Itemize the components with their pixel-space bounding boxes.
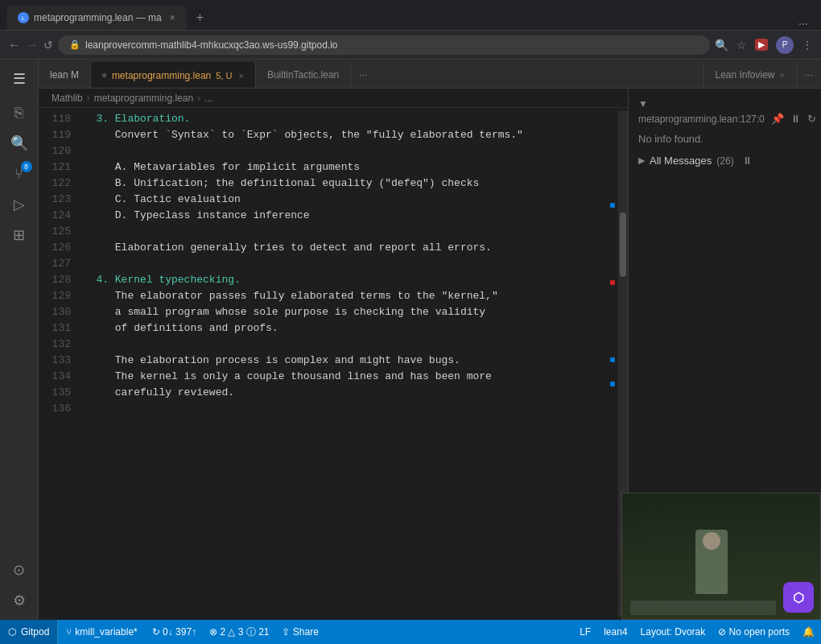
- infoview-refresh-btn[interactable]: ↻: [807, 113, 816, 125]
- tab-lean-m[interactable]: lean M: [39, 62, 91, 88]
- sync-text: ↻ 0↓ 397↑: [152, 626, 196, 638]
- all-messages-label[interactable]: All Messages: [650, 155, 712, 167]
- tab-favicon: L: [18, 12, 29, 23]
- tab-builtin[interactable]: BuiltinTactic.lean: [256, 62, 351, 88]
- lean-infoview-panel: ▼ metaprogramming.lean:127:0 📌 ⏸ ↻ No in…: [628, 89, 821, 620]
- browser-toolbar: 🔍 ☆ ▶ P ⋮: [715, 36, 813, 54]
- code-line-136: [77, 401, 594, 417]
- back-button[interactable]: ←: [8, 38, 21, 52]
- new-tab-button[interactable]: +: [188, 6, 212, 30]
- no-info-text: No info found.: [638, 133, 811, 145]
- address-bar: ← → ↺ 🔒 leanprovercomm-mathlib4-mhkucxqc…: [0, 31, 821, 60]
- expand-arrow[interactable]: ▶: [638, 155, 645, 166]
- meta-tab-label: metaprogramming.lean: [112, 70, 211, 81]
- layout-info[interactable]: Layout: Dvorak: [634, 626, 712, 638]
- forward-button[interactable]: →: [26, 38, 39, 52]
- infoview-content: ▼ metaprogramming.lean:127:0 📌 ⏸ ↻ No in…: [629, 89, 821, 620]
- run-icon[interactable]: ▷: [5, 190, 34, 219]
- tab-metaprogramming[interactable]: ≡ metaprogramming.lean 5, U ×: [91, 62, 256, 88]
- bookmark-icon[interactable]: ☆: [736, 39, 747, 52]
- all-messages-pause[interactable]: ⏸: [742, 155, 753, 167]
- url-text: leanprovercomm-mathlib4-mhkucxqc3ao.ws-u…: [85, 39, 337, 51]
- infoview-tab-close[interactable]: ×: [780, 70, 785, 80]
- line-numbers: 118 119 120 121 122 123 124 125 126 127 …: [39, 111, 77, 617]
- gitpod-label: Gitpod: [21, 626, 49, 638]
- search-icon[interactable]: 🔍: [5, 129, 34, 158]
- code-line-133: The elaboration process is complex and m…: [77, 353, 594, 369]
- search-icon[interactable]: 🔍: [715, 39, 728, 52]
- infoview-tab-label: Lean Infoview: [715, 69, 774, 80]
- browser-chrome: L metaprogramming.lean — ma × + ⋯: [0, 0, 821, 31]
- share-button[interactable]: ⇪ Share: [275, 626, 324, 638]
- ports-text: ⊘ No open ports: [718, 626, 790, 638]
- video-head: [703, 532, 720, 550]
- branch-info[interactable]: ⑂ kmill_variable*: [58, 626, 145, 638]
- breadcrumb: Mathlib › metaprogramming.lean › ...: [39, 89, 628, 108]
- lock-icon: 🔒: [69, 39, 80, 50]
- errors-info[interactable]: ⊗ 2 △ 3 ⓘ 21: [203, 625, 275, 639]
- language-info[interactable]: lean4: [597, 626, 633, 638]
- builtin-tab-label: BuiltinTactic.lean: [267, 69, 339, 80]
- tab-lean-infoview[interactable]: Lean Infoview ×: [703, 62, 797, 88]
- code-line-131: of definitions and proofs.: [77, 320, 594, 336]
- reload-button[interactable]: ↺: [43, 39, 53, 52]
- infoview-pin-btn[interactable]: 📌: [771, 113, 784, 125]
- errors-text: ⊗ 2 △ 3 ⓘ 21: [209, 626, 269, 638]
- window-menu[interactable]: ⋯: [792, 19, 815, 30]
- mini-dot-red: [610, 280, 615, 285]
- scrollbar-thumb[interactable]: [620, 213, 626, 277]
- activity-bar: ☰ ⎘ 🔍 ⑂ 8 ▷ ⊞ ⊙ ⚙: [0, 60, 39, 620]
- meta-tab-badge: 5, U: [216, 71, 232, 80]
- files-icon[interactable]: ⎘: [5, 98, 34, 127]
- file-icon: ≡: [102, 71, 107, 80]
- source-control-badge: 8: [21, 161, 32, 172]
- lean-tab-label: lean M: [50, 69, 79, 80]
- breadcrumb-sep2: ›: [197, 93, 200, 104]
- breadcrumb-section[interactable]: ...: [204, 93, 212, 104]
- code-line-125: [77, 224, 594, 240]
- status-bar: ⬡ Gitpod ⑂ kmill_variable* ↻ 0↓ 397↑ ⊗ 2…: [0, 620, 821, 644]
- ports-info[interactable]: ⊘ No open ports: [712, 626, 796, 638]
- url-input[interactable]: 🔒 leanprovercomm-mathlib4-mhkucxqc3ao.ws…: [58, 35, 710, 55]
- language-text: lean4: [604, 626, 627, 638]
- gitpod-button[interactable]: ⬡ Gitpod: [0, 620, 58, 644]
- code-text: 3. Elaboration. Convert `Syntax` to `Exp…: [77, 111, 607, 617]
- code-line-132: [77, 336, 594, 353]
- code-line-123: C. Tactic evaluation: [77, 192, 594, 208]
- breadcrumb-file[interactable]: metaprogramming.lean: [94, 93, 193, 104]
- account-icon[interactable]: ⊙: [5, 555, 34, 584]
- mini-dot-blue2: [610, 357, 615, 362]
- code-line-119: Convert `Syntax` to `Expr` objects, the …: [77, 127, 594, 143]
- code-line-127: [77, 256, 594, 272]
- code-content[interactable]: 118 119 120 121 122 123 124 125 126 127 …: [39, 108, 628, 620]
- infoview-triangle: ▼: [638, 98, 811, 109]
- code-editor: Mathlib › metaprogramming.lean › ... 118…: [39, 89, 628, 620]
- code-line-120: [77, 143, 594, 159]
- tab-label: metaprogramming.lean — ma: [34, 12, 162, 23]
- tab-close-icon[interactable]: ×: [170, 12, 175, 23]
- settings-icon[interactable]: ⚙: [5, 586, 34, 615]
- tab-lean[interactable]: L metaprogramming.lean — ma ×: [6, 6, 187, 30]
- code-line-135: carefully reviewed.: [77, 385, 594, 401]
- breadcrumb-mathlib[interactable]: Mathlib: [52, 93, 83, 104]
- tab-extra-menu[interactable]: ···: [351, 62, 375, 88]
- notifications-button[interactable]: 🔔: [796, 626, 821, 638]
- source-control-icon[interactable]: ⑂ 8: [5, 159, 34, 188]
- sync-info[interactable]: ↻ 0↓ 397↑: [146, 626, 203, 638]
- video-thumbnail[interactable]: ⬡: [629, 493, 821, 620]
- editor-tabs: lean M ≡ metaprogramming.lean 5, U × Bui…: [39, 60, 821, 89]
- profile-icon[interactable]: P: [776, 36, 794, 54]
- extensions-icon[interactable]: ⊞: [5, 221, 34, 250]
- all-messages-section: ▶ All Messages (26) ⏸: [638, 155, 811, 167]
- meta-tab-close[interactable]: ×: [238, 71, 243, 80]
- code-line-129: The elaborator passes fully elaborated t…: [77, 288, 594, 304]
- extensions-icon[interactable]: ▶: [755, 39, 768, 51]
- panel-dots[interactable]: ···: [797, 62, 821, 88]
- menu-button[interactable]: ☰: [5, 64, 34, 93]
- message-count: (26): [716, 155, 733, 167]
- infoview-pause-btn[interactable]: ⏸: [790, 113, 801, 125]
- gitpod-icon: ⬡: [8, 626, 16, 638]
- code-line-118: 3. Elaboration.: [77, 111, 594, 127]
- encoding-info[interactable]: LF: [573, 626, 597, 638]
- menu-icon[interactable]: ⋮: [802, 39, 813, 52]
